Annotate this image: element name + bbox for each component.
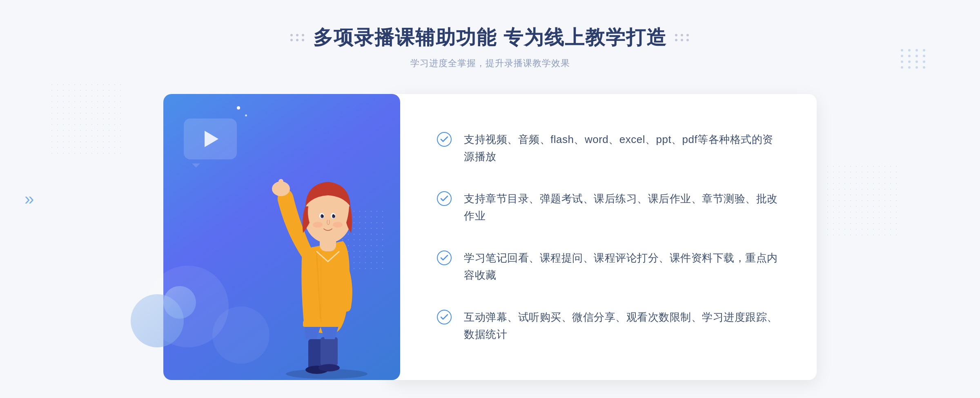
- check-icon-2: [437, 191, 452, 206]
- left-illustration-card: [163, 94, 400, 380]
- feature-text-2: 支持章节目录、弹题考试、课后练习、课后作业、章节测验、批改作业: [464, 190, 784, 224]
- sparkle-1: [237, 106, 240, 110]
- check-icon-3: [437, 250, 452, 265]
- page-subtitle: 学习进度全掌握，提升录播课教学效果: [290, 57, 689, 69]
- header-section: 多项录播课辅助功能 专为线上教学打造 学习进度全掌握，提升录播课教学效果: [290, 25, 689, 69]
- feature-item-1: 支持视频、音频、flash、word、excel、ppt、pdf等各种格式的资源…: [437, 131, 784, 165]
- feature-text-3: 学习笔记回看、课程提问、课程评论打分、课件资料下载，重点内容收藏: [464, 250, 784, 284]
- feature-item-4: 互动弹幕、试听购买、微信分享、观看次数限制、学习进度跟踪、数据统计: [437, 309, 784, 343]
- title-decorator-right: [675, 34, 690, 41]
- title-decorator-left: [290, 34, 305, 41]
- chat-bubble: [184, 119, 237, 159]
- content-area: 支持视频、音频、flash、word、excel、ppt、pdf等各种格式的资源…: [163, 94, 817, 380]
- main-container: 多项录播课辅助功能 专为线上教学打造 学习进度全掌握，提升录播课教学效果: [0, 0, 980, 398]
- feature-item-3: 学习笔记回看、课程提问、课程评论打分、课件资料下载，重点内容收藏: [437, 250, 784, 284]
- check-icon-1: [437, 132, 452, 147]
- svg-rect-19: [303, 321, 340, 327]
- page-title: 多项录播课辅助功能 专为线上教学打造: [313, 25, 666, 51]
- illustration-figure: [253, 143, 408, 380]
- figure-svg: [253, 143, 408, 380]
- svg-point-10: [334, 215, 335, 215]
- feature-item-2: 支持章节目录、弹题考试、课后练习、课后作业、章节测验、批改作业: [437, 190, 784, 224]
- svg-point-23: [437, 251, 451, 265]
- svg-point-16: [333, 222, 343, 228]
- svg-point-14: [323, 215, 323, 215]
- right-dot-decoration: [901, 49, 927, 69]
- title-decorators: 多项录播课辅助功能 专为线上教学打造: [290, 25, 689, 51]
- play-icon: [205, 131, 218, 147]
- outer-circles: [131, 294, 184, 347]
- svg-point-21: [437, 132, 451, 146]
- svg-point-24: [437, 310, 451, 324]
- svg-point-15: [313, 222, 323, 228]
- svg-point-4: [318, 364, 340, 371]
- svg-rect-2: [321, 337, 338, 366]
- sparkle-2: [245, 114, 247, 116]
- feature-text-4: 互动弹幕、试听购买、微信分享、观看次数限制、学习进度跟踪、数据统计: [464, 309, 784, 343]
- check-icon-4: [437, 310, 452, 324]
- feature-text-1: 支持视频、音频、flash、word、excel、ppt、pdf等各种格式的资源…: [464, 131, 784, 165]
- outer-circle-small: [163, 286, 196, 319]
- svg-rect-18: [278, 179, 283, 191]
- right-features-card: 支持视频、音频、flash、word、excel、ppt、pdf等各种格式的资源…: [388, 94, 817, 380]
- play-button-area: [184, 119, 237, 159]
- svg-point-22: [437, 192, 451, 206]
- left-chevron-decoration: »: [24, 189, 34, 209]
